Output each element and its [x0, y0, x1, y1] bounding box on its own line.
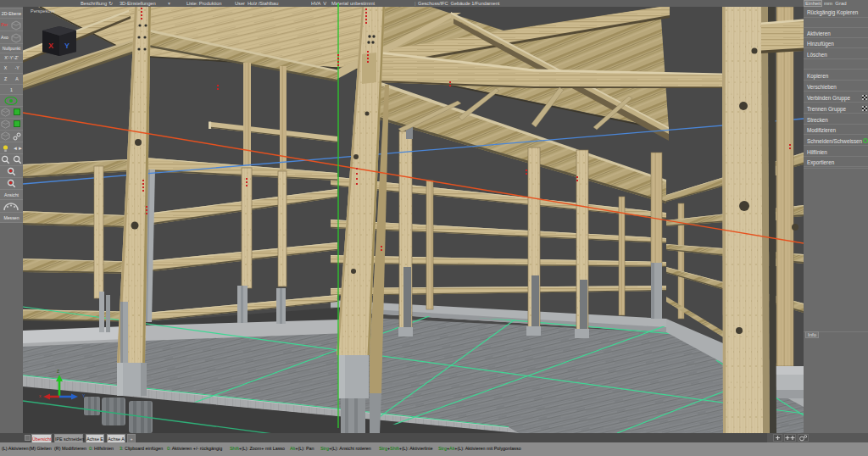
svg-text:X: X	[48, 42, 53, 50]
svg-text:Perspektive: Perspektive	[31, 8, 55, 14]
svg-text:Y: Y	[64, 42, 70, 50]
svg-text:Z: Z	[57, 369, 59, 374]
